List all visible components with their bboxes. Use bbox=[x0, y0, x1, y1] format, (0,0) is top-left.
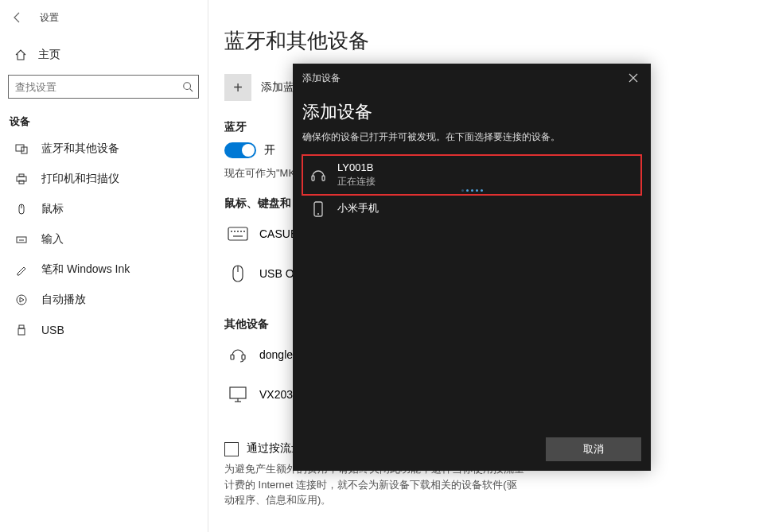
phone-icon bbox=[307, 201, 329, 217]
back-button[interactable] bbox=[6, 6, 29, 29]
svg-point-16 bbox=[234, 231, 235, 232]
svg-rect-1 bbox=[16, 145, 24, 151]
loading-dots bbox=[461, 189, 483, 192]
svg-point-15 bbox=[231, 231, 232, 232]
headset-icon bbox=[224, 344, 251, 365]
bluetooth-toggle[interactable] bbox=[224, 142, 256, 158]
svg-point-17 bbox=[237, 231, 239, 232]
autoplay-icon bbox=[14, 293, 29, 307]
nav-label: USB bbox=[41, 324, 64, 336]
nav-printers[interactable]: 打印机和扫描仪 bbox=[0, 164, 208, 194]
nav-label: 自动播放 bbox=[41, 293, 86, 307]
keyboard-icon bbox=[14, 232, 29, 247]
home-icon bbox=[14, 49, 27, 61]
add-device-button[interactable]: + bbox=[224, 74, 251, 101]
nav-pen[interactable]: 笔和 Windows Ink bbox=[0, 254, 208, 285]
cancel-button[interactable]: 取消 bbox=[546, 437, 641, 461]
bluetooth-state: 开 bbox=[264, 143, 275, 157]
device-status: 正在连接 bbox=[337, 175, 376, 188]
device-name: LY001B bbox=[337, 161, 376, 175]
nav-autoplay[interactable]: 自动播放 bbox=[0, 285, 208, 315]
search-box[interactable] bbox=[8, 75, 199, 99]
svg-point-0 bbox=[184, 83, 191, 90]
svg-point-30 bbox=[317, 213, 319, 215]
dialog-header: 添加设备 bbox=[302, 72, 341, 85]
nav-label: 笔和 Windows Ink bbox=[41, 262, 130, 277]
nav-mouse[interactable]: 鼠标 bbox=[0, 194, 208, 224]
nav-bluetooth[interactable]: 蓝牙和其他设备 bbox=[0, 134, 208, 164]
devices-icon bbox=[14, 142, 29, 156]
svg-point-10 bbox=[17, 295, 26, 305]
svg-point-19 bbox=[243, 231, 245, 232]
mouse-icon bbox=[224, 263, 251, 284]
home-link[interactable]: 主页 bbox=[0, 40, 208, 70]
svg-rect-12 bbox=[18, 328, 25, 335]
section-devices: 设备 bbox=[0, 108, 208, 134]
home-label: 主页 bbox=[38, 48, 60, 62]
svg-point-18 bbox=[240, 231, 242, 232]
nav-label: 输入 bbox=[41, 232, 64, 247]
keyboard-icon bbox=[224, 223, 251, 244]
monitor-icon bbox=[224, 384, 251, 405]
mouse-icon bbox=[14, 202, 29, 216]
nav-usb[interactable]: USB bbox=[0, 315, 208, 345]
page-title: 蓝牙和其他设备 bbox=[224, 27, 759, 55]
device-name: 小米手机 bbox=[337, 202, 379, 216]
device-option-xiaomi[interactable]: 小米手机 bbox=[302, 195, 641, 223]
svg-rect-24 bbox=[230, 387, 246, 398]
metered-checkbox[interactable] bbox=[224, 442, 239, 456]
window-title: 设置 bbox=[40, 11, 59, 25]
dialog-hint: 确保你的设备已打开并可被发现。在下面选择要连接的设备。 bbox=[302, 130, 641, 144]
search-input[interactable] bbox=[9, 81, 177, 93]
close-button[interactable] bbox=[624, 68, 643, 87]
dialog-title: 添加设备 bbox=[302, 100, 641, 124]
device-option-ly001b[interactable]: LY001B 正在连接 bbox=[302, 155, 641, 195]
headphones-icon bbox=[307, 167, 329, 183]
nav-label: 鼠标 bbox=[41, 202, 64, 216]
device-name: dongle bbox=[259, 348, 293, 361]
nav-typing[interactable]: 输入 bbox=[0, 224, 208, 254]
pen-icon bbox=[14, 262, 29, 277]
nav-label: 蓝牙和其他设备 bbox=[41, 142, 119, 156]
svg-rect-4 bbox=[19, 174, 24, 177]
search-icon[interactable] bbox=[177, 81, 198, 92]
svg-rect-11 bbox=[19, 325, 24, 328]
add-device-dialog: 添加设备 添加设备 确保你的设备已打开并可被发现。在下面选择要连接的设备。 LY… bbox=[293, 64, 651, 471]
usb-icon bbox=[14, 323, 29, 337]
svg-rect-13 bbox=[228, 227, 247, 240]
nav-label: 打印机和扫描仪 bbox=[41, 172, 119, 186]
printer-icon bbox=[14, 172, 29, 186]
